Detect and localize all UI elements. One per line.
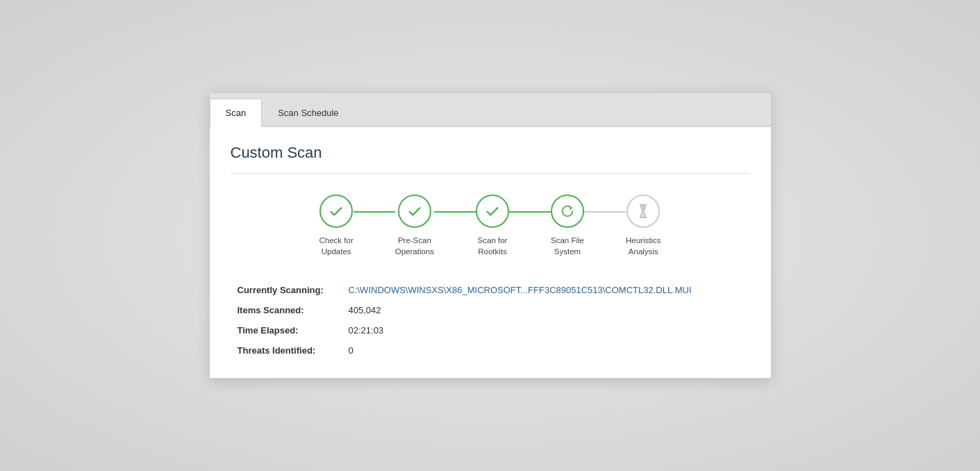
step-circle-pre-scan	[398, 195, 431, 228]
steps-container: Check forUpdates Pre-ScanOperations	[231, 195, 750, 257]
content-area: Custom Scan Check forUpdates	[210, 127, 771, 378]
page-title: Custom Scan	[231, 144, 750, 162]
step-label-scan-file-system: Scan FileSystem	[551, 235, 584, 257]
tab-bar: Scan Scan Schedule	[210, 93, 771, 127]
time-elapsed-value: 02:21:03	[349, 325, 750, 336]
check-icon	[329, 204, 344, 219]
title-divider	[231, 173, 750, 174]
currently-scanning-label: Currently Scanning:	[238, 285, 349, 295]
step-label-check-updates: Check forUpdates	[319, 235, 354, 257]
connector-2	[434, 211, 476, 213]
step-pre-scan: Pre-ScanOperations	[395, 195, 434, 257]
hourglass-icon	[636, 204, 651, 219]
step-label-pre-scan: Pre-ScanOperations	[395, 235, 434, 257]
connector-1	[354, 211, 395, 213]
step-circle-heuristics	[626, 195, 660, 228]
step-circle-check-updates	[319, 195, 353, 228]
currently-scanning-value: C:\WINDOWS\WINSXS\X86_MICROSOFT...FFF3C8…	[349, 285, 750, 295]
time-elapsed-label: Time Elapsed:	[238, 325, 349, 336]
step-scan-file-system: Scan FileSystem	[551, 195, 584, 257]
connector-3	[509, 211, 551, 213]
step-circle-scan-file-system	[551, 195, 584, 228]
tab-scan[interactable]: Scan	[210, 99, 263, 127]
refresh-icon	[560, 204, 575, 219]
step-label-scan-rootkits: Scan forRootkits	[478, 235, 508, 257]
items-scanned-value: 405,042	[349, 305, 750, 315]
step-label-heuristics: HeuristicsAnalysis	[626, 235, 661, 257]
tab-scan-schedule-label: Scan Schedule	[278, 108, 338, 118]
main-window: Scan Scan Schedule Custom Scan Check for…	[209, 92, 772, 379]
step-check-updates: Check forUpdates	[319, 195, 354, 257]
threats-identified-value: 0	[349, 345, 750, 356]
check-icon-2	[407, 204, 422, 219]
tab-scan-label: Scan	[226, 108, 247, 118]
connector-4	[584, 211, 626, 213]
tab-scan-schedule[interactable]: Scan Schedule	[262, 99, 354, 126]
info-grid: Currently Scanning: C:\WINDOWS\WINSXS\X8…	[238, 285, 750, 356]
items-scanned-label: Items Scanned:	[238, 305, 349, 315]
step-scan-rootkits: Scan forRootkits	[476, 195, 509, 257]
check-icon-3	[485, 204, 500, 219]
step-heuristics: HeuristicsAnalysis	[626, 195, 661, 257]
step-circle-scan-rootkits	[476, 195, 509, 228]
threats-identified-label: Threats Identified:	[238, 345, 349, 356]
